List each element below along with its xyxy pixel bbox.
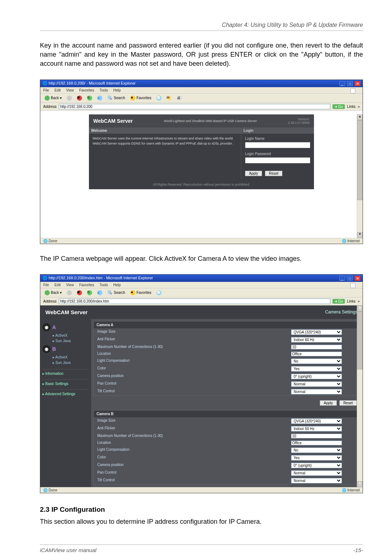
refresh-icon: ↻ (87, 290, 92, 295)
close-button[interactable]: ✕ (355, 81, 360, 86)
camera-a-control-7[interactable]: Normal (291, 381, 342, 387)
scroll-up-arrow[interactable]: ▲ (357, 114, 363, 120)
camera-a-control-8[interactable]: Normal (291, 389, 342, 394)
sidebar-sunjava-a[interactable]: ▸ Sun Java (53, 338, 89, 344)
search-button[interactable]: 🔍Search (106, 290, 127, 296)
menu-help[interactable]: Help (113, 283, 121, 287)
toolbar-2: Back ▾ ✖ ↻ ⌂ 🔍Search ★Favorites 🕓 (40, 288, 363, 297)
menu-view[interactable]: View (66, 283, 74, 287)
menu-favorites[interactable]: Favorites (79, 88, 94, 92)
scroll-thumb[interactable] (357, 120, 363, 200)
vertical-scrollbar[interactable]: ▲ ▼ (357, 114, 363, 238)
apply-button[interactable]: Apply (245, 171, 262, 176)
camera-b-label-8: Tilt Control (97, 478, 291, 483)
menu-edit[interactable]: Edit (54, 88, 61, 92)
camera-b-control-3[interactable] (291, 441, 342, 445)
home-button[interactable]: ⌂ (96, 290, 104, 296)
camera-a-control-0[interactable]: QVGA (320*240) (291, 329, 342, 335)
sidebar-information[interactable]: ▸ Information (42, 369, 89, 376)
camera-a-entry: ◉ A (42, 323, 89, 331)
scroll-down-arrow[interactable]: ▼ (357, 481, 363, 487)
toolbar: Back ▾ ✖ ↻ ⌂ 🔍Search ★Favorites 🕓 ✉ 🖨 (40, 94, 363, 103)
forward-button[interactable] (65, 95, 73, 101)
camera-a-control-1[interactable]: Indoor 60 Hz (291, 337, 342, 343)
refresh-button[interactable]: ↻ (86, 290, 94, 296)
forward-button[interactable] (65, 290, 73, 296)
scroll-thumb[interactable] (357, 311, 363, 369)
scroll-up-arrow[interactable]: ▲ (357, 305, 363, 311)
stop-button[interactable]: ✖ (75, 290, 83, 296)
menu-help[interactable]: Help (113, 88, 121, 92)
vertical-scrollbar-2[interactable]: ▲ ▼ (357, 305, 363, 487)
address-bar-2: Address ➜ Go Links » (40, 297, 363, 305)
close-button[interactable]: ✕ (355, 276, 360, 281)
search-button[interactable]: 🔍Search (106, 95, 127, 101)
sidebar-basic-settings[interactable]: ▸ Basic Settings (42, 379, 89, 386)
stop-button[interactable]: ✖ (75, 95, 83, 101)
history-button[interactable]: 🕓 (155, 95, 163, 101)
camera-b-control-1[interactable]: Indoor 50 Hz (291, 426, 342, 432)
favorites-button[interactable]: ★Favorites (129, 95, 153, 101)
minimize-button[interactable]: _ (339, 81, 345, 86)
camera-b-control-7[interactable]: Normal (291, 470, 342, 476)
camera-a-control-2[interactable] (291, 345, 342, 349)
refresh-button[interactable]: ↻ (86, 95, 94, 101)
camera-b-control-5[interactable]: Yes (291, 455, 342, 461)
menu-tools[interactable]: Tools (99, 88, 108, 92)
browser-content-2: WebCAM Server Camera Settings ◉ A ▸ Acti… (40, 305, 363, 487)
camera-b-label-7: Pan Control (97, 470, 291, 476)
menu-edit[interactable]: Edit (54, 283, 61, 287)
back-button[interactable]: Back ▾ (43, 95, 63, 101)
camera-a-control-3[interactable] (291, 352, 342, 356)
sidebar-sunjava-b[interactable]: ▸ Sun Java (53, 360, 89, 365)
reset-button[interactable]: Reset (265, 171, 282, 176)
sidebar-advanced-settings[interactable]: ▸ Advanced Settings (42, 389, 89, 396)
history-button[interactable]: 🕓 (155, 290, 163, 296)
go-button[interactable]: ➜ Go (332, 104, 345, 109)
maximize-button[interactable]: □ (347, 276, 353, 281)
camera-a-row-8: Tilt ControlNormal (94, 388, 360, 396)
mail-button[interactable]: ✉ (165, 95, 173, 101)
address-label: Address (43, 105, 57, 109)
history-icon: 🕓 (156, 96, 162, 101)
camera-a-control-6[interactable]: 0° (upright) (291, 374, 342, 379)
print-button[interactable]: 🖨 (175, 95, 183, 101)
menu-favorites[interactable]: Favorites (79, 283, 94, 287)
apply-button-2[interactable]: Apply (320, 400, 337, 406)
back-button[interactable]: Back ▾ (43, 290, 63, 296)
maximize-button[interactable]: □ (347, 81, 353, 86)
ie-icon: 🌐 (42, 81, 48, 85)
links-label[interactable]: Links (347, 105, 355, 109)
camera-a-label-5: Color (97, 366, 291, 372)
minimize-button[interactable]: _ (339, 276, 345, 281)
status-right: 🌐 Internet (342, 488, 360, 492)
menu-view[interactable]: View (66, 88, 74, 92)
menu-file[interactable]: File (43, 88, 49, 92)
sidebar-activex-b[interactable]: ▸ ActiveX (53, 355, 89, 360)
camera-b-control-0[interactable]: QVGA (320*240) (291, 418, 342, 424)
status-left: 🌐 Done (43, 488, 57, 492)
favorites-button[interactable]: ★Favorites (129, 290, 153, 296)
links-label[interactable]: Links (347, 299, 355, 303)
status-right: 🌐 Internet (342, 239, 360, 243)
camera-a-control-4[interactable]: No (291, 358, 342, 364)
camera-b-control-8[interactable]: Normal (291, 478, 342, 483)
stop-icon: ✖ (77, 96, 82, 101)
login-password-input[interactable] (245, 157, 310, 163)
menu-tools[interactable]: Tools (99, 283, 108, 287)
scroll-down-arrow[interactable]: ▼ (357, 232, 363, 238)
camera-b-control-4[interactable]: No (291, 447, 342, 453)
camera-a-control-5[interactable]: Yes (291, 366, 342, 372)
menu-file[interactable]: File (43, 283, 49, 287)
camera-b-control-2[interactable] (291, 434, 342, 438)
go-button[interactable]: ➜ Go (332, 299, 345, 304)
address-input[interactable] (59, 104, 330, 109)
address-input[interactable] (59, 299, 330, 304)
back-icon (45, 96, 50, 101)
sidebar-activex-a[interactable]: ▸ ActiveX (53, 333, 89, 338)
login-name-input[interactable] (245, 142, 310, 148)
home-button[interactable]: ⌂ (96, 95, 104, 101)
camera-b-control-6[interactable]: 0° (upright) (291, 463, 342, 468)
reset-button-2[interactable]: Reset (339, 400, 357, 406)
window-title-2: 🌐 http://192.168.0.200/index.htm - Micro… (42, 276, 153, 280)
